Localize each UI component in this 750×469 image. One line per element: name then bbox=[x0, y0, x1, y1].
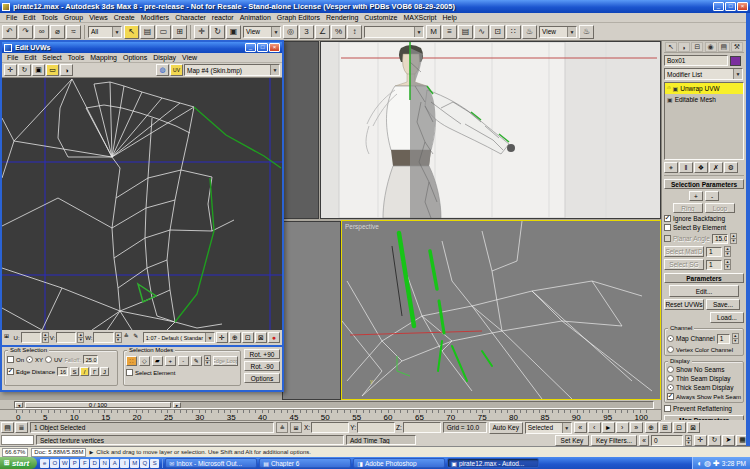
configure-modifier-sets-icon[interactable]: ⚙ bbox=[724, 162, 738, 173]
maxscript-listener-icon[interactable]: ▤ bbox=[1, 422, 14, 433]
tab-display-icon[interactable]: ▤ bbox=[718, 42, 730, 52]
object-color-swatch[interactable] bbox=[730, 56, 741, 66]
percent-snap-icon[interactable]: % bbox=[331, 25, 346, 39]
go-to-start-button[interactable]: « bbox=[639, 435, 649, 446]
viewport-bottom-left[interactable] bbox=[282, 221, 341, 400]
set-key-button[interactable]: Set Key bbox=[555, 435, 589, 446]
quick-launch-icon[interactable]: P bbox=[70, 459, 79, 468]
uv-canvas[interactable] bbox=[2, 78, 282, 330]
mirror-icon[interactable]: M bbox=[426, 25, 441, 39]
spinner[interactable] bbox=[42, 332, 49, 343]
brush-icon[interactable]: ✎ bbox=[133, 332, 142, 343]
photoshop-zoom-field[interactable]: 66.67% bbox=[2, 448, 28, 457]
menu-item[interactable]: Customize bbox=[361, 14, 400, 21]
maximize-button[interactable]: □ bbox=[725, 2, 736, 11]
macro-recorder-icon[interactable]: ≣ bbox=[15, 422, 28, 433]
loop-button[interactable]: Loop bbox=[705, 203, 735, 213]
tray-icon[interactable]: ◍ bbox=[704, 459, 711, 468]
zoom-icon[interactable]: ⊕ bbox=[645, 422, 658, 433]
thick-seam-radio[interactable] bbox=[667, 384, 674, 391]
select-by-name-icon[interactable]: ▤ bbox=[140, 25, 155, 39]
save-uvws-button[interactable]: Save... bbox=[706, 299, 740, 310]
falloff-curve-icon[interactable]: Γ bbox=[90, 367, 99, 376]
menu-item[interactable]: reactor bbox=[209, 14, 237, 21]
falloff-curve-icon[interactable]: J bbox=[100, 367, 109, 376]
soft-selection-on-checkbox[interactable] bbox=[7, 356, 14, 363]
tab-utilities-icon[interactable]: ⚒ bbox=[731, 42, 743, 52]
stack-item-editable-mesh[interactable]: ▣ Editable Mesh bbox=[665, 94, 743, 105]
track-bar[interactable]: 0510152025303540455055606570758085909510… bbox=[0, 410, 661, 421]
previous-frame-arrow[interactable]: ◄ bbox=[15, 402, 23, 408]
selection-filter-dropdown[interactable]: All▼ bbox=[88, 26, 122, 38]
zoom-icon[interactable]: ⊕ bbox=[229, 332, 241, 343]
spinner[interactable] bbox=[724, 246, 731, 257]
spinner[interactable] bbox=[204, 355, 211, 366]
minimize-button[interactable]: _ bbox=[245, 43, 256, 52]
edge-mode-icon[interactable]: ◇ bbox=[139, 356, 150, 366]
load-uvws-button[interactable]: Load... bbox=[710, 312, 744, 323]
matid-field[interactable]: 1 bbox=[706, 247, 722, 257]
ring-button[interactable]: Ring bbox=[673, 203, 703, 213]
menu-item[interactable]: Options bbox=[120, 54, 150, 61]
options-button[interactable]: Options bbox=[244, 373, 280, 383]
thin-seam-radio[interactable] bbox=[667, 375, 674, 382]
snap-toggle-icon[interactable]: 3 bbox=[299, 25, 314, 39]
task-button-folder[interactable]: ▤ Chapter 6 bbox=[259, 458, 351, 468]
next-frame-icon[interactable]: › bbox=[616, 422, 629, 433]
viewport-left[interactable] bbox=[282, 41, 319, 219]
render-scene-icon[interactable]: ♨ bbox=[522, 25, 537, 39]
maxscript-mini-listener[interactable] bbox=[1, 435, 34, 445]
xy-radio[interactable] bbox=[26, 356, 33, 363]
viewport-front[interactable] bbox=[320, 41, 661, 219]
select-by-element-checkbox[interactable] bbox=[664, 224, 671, 231]
spinner[interactable] bbox=[724, 259, 731, 270]
menu-item[interactable]: File bbox=[3, 14, 20, 21]
material-editor-icon[interactable]: ∷ bbox=[506, 25, 521, 39]
grow-selection-button[interactable]: + bbox=[165, 356, 176, 366]
shrink-selection-button[interactable]: - bbox=[705, 191, 719, 201]
task-button-outlook[interactable]: ✉ Inbox - Microsoft Out... bbox=[165, 458, 257, 468]
menu-item[interactable]: Character bbox=[172, 14, 209, 21]
remove-modifier-icon[interactable]: ✗ bbox=[709, 162, 723, 173]
select-and-link-icon[interactable]: ∞ bbox=[34, 25, 49, 39]
quick-launch-icon[interactable]: S bbox=[150, 459, 159, 468]
edit-uvws-button[interactable]: Edit... bbox=[669, 285, 739, 297]
quick-launch-icon[interactable]: D bbox=[90, 459, 99, 468]
show-map-icon[interactable]: ◍ bbox=[156, 64, 169, 76]
falloff-curve-icon[interactable]: S bbox=[70, 367, 79, 376]
transform-type-dropdown[interactable]: 1:07 - Default ( Standar▼ bbox=[143, 332, 215, 343]
vertex-mode-icon[interactable]: ∷ bbox=[126, 356, 137, 366]
close-button[interactable]: × bbox=[269, 43, 280, 52]
tab-motion-icon[interactable]: ◉ bbox=[705, 42, 717, 52]
zoom-extents-all-icon[interactable]: ⊠ bbox=[687, 422, 700, 433]
start-button[interactable]: ⊞ start bbox=[0, 457, 37, 469]
viewport-label[interactable]: Perspective bbox=[345, 223, 379, 230]
edge-loop-button[interactable]: Edge Loop bbox=[213, 356, 238, 366]
key-mode-dropdown[interactable]: Selected▼ bbox=[525, 422, 572, 434]
tray-icon[interactable]: ✚ bbox=[713, 459, 720, 468]
align-icon[interactable]: ≡ bbox=[442, 25, 457, 39]
menu-item[interactable]: View bbox=[179, 54, 200, 61]
quick-launch-icon[interactable]: e bbox=[40, 459, 49, 468]
time-slider-thumb[interactable]: 0 / 100 bbox=[25, 402, 171, 408]
current-frame-field[interactable]: 0 bbox=[651, 435, 683, 446]
select-sg-button[interactable]: Select SG bbox=[664, 259, 704, 270]
falloff-field[interactable]: 25.0 bbox=[83, 355, 98, 364]
curve-editor-icon[interactable]: ∿ bbox=[474, 25, 489, 39]
zoom-all-icon[interactable]: ⊞ bbox=[659, 422, 672, 433]
tab-hierarchy-icon[interactable]: ⊟ bbox=[691, 42, 703, 52]
menu-item[interactable]: Modifiers bbox=[138, 14, 172, 21]
window-crossing-icon[interactable]: ⊞ bbox=[172, 25, 187, 39]
rollout-parameters[interactable]: Parameters bbox=[664, 273, 744, 283]
spinner-snap-icon[interactable]: ↕ bbox=[347, 25, 362, 39]
menu-item[interactable]: Graph Editors bbox=[274, 14, 323, 21]
freeform-mode-icon[interactable]: ▭ bbox=[46, 64, 59, 76]
w-field[interactable] bbox=[93, 332, 113, 343]
map-dropdown[interactable]: Map #4 (Skin.bmp)▼ bbox=[184, 64, 280, 76]
modifier-list-dropdown[interactable]: Modifier List▼ bbox=[664, 68, 743, 80]
sg-field[interactable]: 1 bbox=[706, 260, 722, 270]
spinner[interactable] bbox=[115, 332, 122, 343]
pan-view-icon[interactable]: ✛ bbox=[694, 435, 707, 446]
previous-frame-icon[interactable]: ‹ bbox=[588, 422, 601, 433]
arc-rotate-icon[interactable]: ↻ bbox=[708, 435, 721, 446]
